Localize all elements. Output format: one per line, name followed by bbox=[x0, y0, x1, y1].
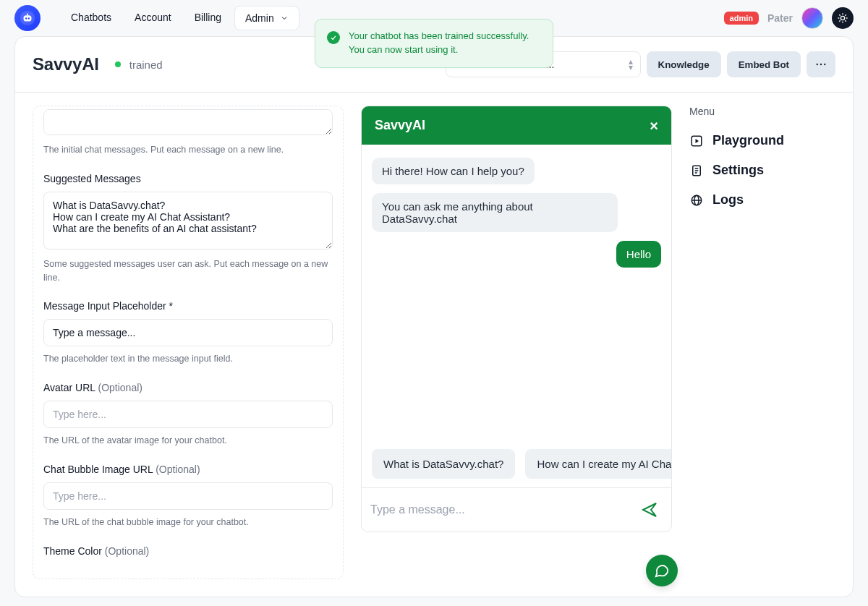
initial-messages-help: The initial chat messages. Put each mess… bbox=[43, 143, 333, 157]
chat-suggestions: What is DataSavvy.chat? How can I create… bbox=[362, 440, 671, 487]
field-input-placeholder: Message Input Placeholder * The placehol… bbox=[43, 300, 333, 366]
select-updown-icon: ▴▾ bbox=[629, 59, 633, 70]
svg-point-3 bbox=[28, 17, 30, 19]
menu-item-settings[interactable]: Settings bbox=[689, 155, 835, 185]
svg-point-2 bbox=[25, 17, 27, 19]
svg-point-14 bbox=[817, 64, 818, 65]
svg-line-10 bbox=[839, 14, 840, 15]
role-badge: admin bbox=[724, 12, 759, 25]
svg-line-13 bbox=[845, 14, 846, 15]
field-suggested-messages: Suggested Messages Some suggested messag… bbox=[43, 173, 333, 285]
svg-point-15 bbox=[820, 64, 822, 65]
more-actions-button[interactable] bbox=[807, 51, 835, 77]
menu-item-label: Playground bbox=[712, 133, 784, 148]
sun-icon bbox=[837, 12, 848, 24]
main-nav: Chatbots Account Billing Admin bbox=[61, 6, 299, 30]
success-toast: Your chatbot has been trained successful… bbox=[315, 19, 553, 68]
placeholder-label: Message Input Placeholder * bbox=[43, 300, 333, 312]
avatar-label: Avatar URL (Optional) bbox=[43, 382, 333, 393]
knowledge-button[interactable]: Knowledge bbox=[647, 51, 721, 77]
close-icon[interactable]: × bbox=[650, 119, 658, 133]
send-icon bbox=[641, 501, 658, 518]
field-avatar-url: Avatar URL (Optional) The URL of the ava… bbox=[43, 382, 333, 448]
nav-chatbots[interactable]: Chatbots bbox=[61, 6, 122, 30]
bot-card: SavvyAI trained Load a conversation... ▴… bbox=[14, 36, 854, 597]
bubble-help: The URL of the chat bubble image for you… bbox=[43, 516, 333, 529]
field-theme-color: Theme Color (Optional) bbox=[43, 545, 333, 557]
dots-horizontal-icon bbox=[814, 58, 827, 71]
chat-bubble-user: Hello bbox=[616, 241, 661, 268]
suggestion-chip[interactable]: How can I create my AI Chat Assist bbox=[525, 449, 671, 479]
embed-bot-button[interactable]: Embed Bot bbox=[727, 51, 801, 77]
theme-color-label: Theme Color (Optional) bbox=[43, 545, 333, 557]
bubble-url-input[interactable] bbox=[43, 482, 333, 510]
globe-icon bbox=[689, 193, 704, 208]
suggested-messages-input[interactable] bbox=[43, 192, 333, 249]
menu-title: Menu bbox=[689, 106, 835, 117]
nav-admin[interactable]: Admin bbox=[234, 6, 299, 30]
topbar: Chatbots Account Billing Admin admin Pat… bbox=[0, 0, 868, 36]
suggestion-chip[interactable]: What is DataSavvy.chat? bbox=[372, 449, 515, 479]
user-avatar[interactable] bbox=[801, 7, 823, 29]
svg-rect-1 bbox=[24, 15, 32, 21]
user-name: Pater bbox=[767, 12, 793, 24]
chat-widget-title: SavvyAI bbox=[375, 118, 425, 133]
suggested-label: Suggested Messages bbox=[43, 173, 333, 184]
menu-item-label: Settings bbox=[712, 163, 764, 178]
send-button[interactable] bbox=[635, 495, 664, 524]
menu-item-playground[interactable]: Playground bbox=[689, 126, 835, 155]
menu-item-label: Logs bbox=[712, 192, 744, 208]
chat-preview-column: SavvyAI × Hi there! How can I help you? … bbox=[361, 106, 672, 579]
bot-title: SavvyAI bbox=[33, 54, 99, 74]
placeholder-help: The placeholder text in the message inpu… bbox=[43, 352, 333, 366]
chat-bubble-bot: You can ask me anything about DataSavvy.… bbox=[372, 193, 618, 232]
chat-input[interactable] bbox=[362, 496, 635, 524]
avatar-help: The URL of the avatar image for your cha… bbox=[43, 434, 333, 448]
initial-messages-input[interactable] bbox=[43, 109, 333, 135]
toast-message: Your chatbot has been trained successful… bbox=[349, 30, 541, 57]
play-square-icon bbox=[689, 134, 704, 148]
chat-bubble-bot: Hi there! How can I help you? bbox=[372, 158, 535, 184]
nav-account[interactable]: Account bbox=[124, 6, 182, 30]
status-dot-icon bbox=[115, 61, 121, 67]
side-menu: Menu Playground Settings bbox=[689, 106, 835, 579]
svg-line-12 bbox=[839, 20, 840, 21]
chat-fab-button[interactable] bbox=[646, 555, 678, 586]
nav-billing[interactable]: Billing bbox=[184, 6, 231, 30]
nav-admin-label: Admin bbox=[245, 12, 274, 24]
app-logo[interactable] bbox=[14, 5, 41, 31]
svg-marker-18 bbox=[696, 139, 699, 143]
field-initial-messages: The initial chat messages. Put each mess… bbox=[43, 109, 333, 157]
chat-input-row bbox=[362, 487, 671, 532]
chat-bubble-icon bbox=[654, 563, 670, 579]
suggested-help: Some suggested messages user can ask. Pu… bbox=[43, 257, 333, 285]
theme-toggle-button[interactable] bbox=[832, 7, 854, 29]
svg-line-11 bbox=[845, 20, 846, 21]
chat-messages: Hi there! How can I help you? You can as… bbox=[362, 145, 671, 440]
field-bubble-url: Chat Bubble Image URL (Optional) The URL… bbox=[43, 464, 333, 529]
menu-item-logs[interactable]: Logs bbox=[689, 185, 835, 215]
file-text-icon bbox=[689, 163, 704, 178]
bubble-label: Chat Bubble Image URL (Optional) bbox=[43, 464, 333, 475]
chat-widget: SavvyAI × Hi there! How can I help you? … bbox=[361, 106, 672, 532]
topbar-right: admin Pater bbox=[724, 7, 854, 29]
avatar-url-input[interactable] bbox=[43, 401, 333, 428]
svg-point-5 bbox=[841, 16, 844, 20]
svg-rect-4 bbox=[27, 14, 28, 16]
svg-point-16 bbox=[824, 64, 825, 65]
check-circle-icon bbox=[327, 31, 340, 44]
chat-widget-header: SavvyAI × bbox=[362, 106, 671, 145]
placeholder-input[interactable] bbox=[43, 319, 333, 346]
bot-settings-form: The initial chat messages. Put each mess… bbox=[33, 106, 344, 579]
chevron-down-icon bbox=[280, 14, 289, 22]
bot-status: trained bbox=[129, 59, 163, 71]
